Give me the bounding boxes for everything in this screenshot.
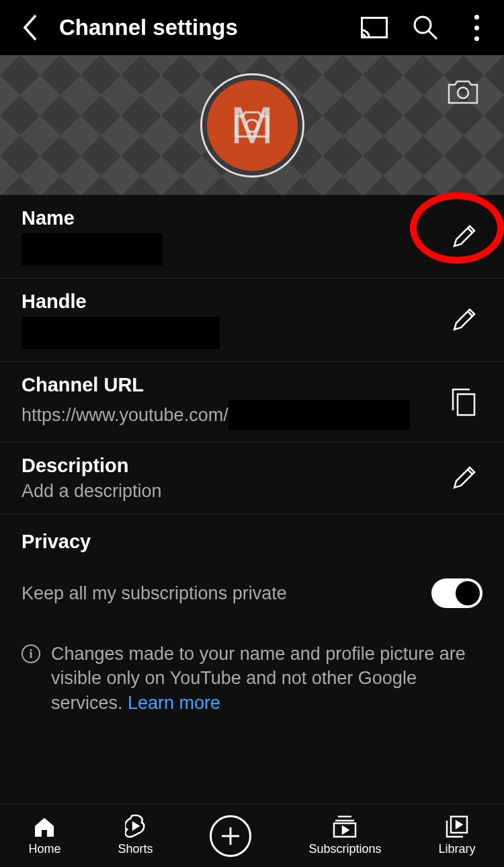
edit-description-button[interactable]	[444, 465, 484, 492]
more-button[interactable]	[462, 13, 491, 42]
search-icon	[413, 15, 438, 40]
name-label: Name	[22, 207, 444, 229]
copy-url-button[interactable]	[444, 388, 484, 416]
home-icon	[34, 815, 55, 838]
more-vertical-icon	[474, 15, 479, 41]
row-subs-private: Keep all my subscriptions private	[0, 558, 504, 628]
library-icon	[446, 815, 468, 838]
nav-create[interactable]	[210, 815, 251, 857]
chevron-left-icon	[22, 14, 38, 41]
cast-button[interactable]	[360, 13, 388, 42]
svg-point-3	[246, 120, 258, 132]
avatar-circle: M	[207, 80, 298, 171]
svg-rect-0	[362, 18, 387, 38]
svg-point-1	[415, 17, 431, 33]
channel-banner: M	[0, 55, 504, 195]
info-body: Changes made to your name and profile pi…	[51, 644, 466, 713]
edit-banner-button[interactable]	[448, 79, 478, 107]
pencil-icon	[450, 307, 477, 334]
info-text: Changes made to your name and profile pi…	[51, 642, 482, 715]
svg-rect-5	[458, 394, 474, 415]
handle-label: Handle	[22, 291, 444, 313]
back-button[interactable]	[13, 13, 47, 42]
privacy-section-title: Privacy	[0, 515, 504, 558]
row-handle: Handle	[0, 278, 504, 362]
copy-icon	[452, 388, 476, 416]
toggle-knob	[456, 581, 480, 605]
app-header: Channel settings	[0, 0, 504, 55]
row-description: Description Add a description	[0, 443, 504, 515]
page-title: Channel settings	[59, 15, 360, 40]
avatar[interactable]: M	[200, 73, 304, 178]
subscriptions-icon	[333, 815, 357, 838]
url-prefix: https://www.youtube.com/	[22, 405, 228, 426]
row-url: Channel URL https://www.youtube.com/	[0, 362, 504, 443]
redacted-block	[228, 400, 410, 430]
name-value	[22, 233, 444, 266]
camera-icon	[448, 79, 478, 104]
redacted-block	[22, 317, 220, 349]
header-actions	[360, 13, 491, 42]
camera-icon	[235, 110, 269, 141]
nav-subs-label: Subscriptions	[308, 842, 381, 856]
nav-shorts[interactable]: Shorts	[118, 815, 153, 856]
pencil-icon	[450, 223, 477, 250]
redacted-block	[22, 233, 163, 266]
subs-private-toggle[interactable]	[431, 578, 482, 608]
nav-home-label: Home	[28, 842, 60, 856]
subs-private-label: Keep all my subscriptions private	[22, 583, 431, 604]
learn-more-link[interactable]: Learn more	[128, 693, 220, 713]
info-icon: i	[22, 644, 40, 663]
nav-shorts-label: Shorts	[118, 842, 153, 856]
nav-library[interactable]: Library	[438, 815, 475, 856]
svg-line-2	[429, 31, 437, 39]
edit-handle-button[interactable]	[444, 307, 484, 334]
edit-name-button[interactable]	[444, 223, 484, 250]
nav-library-label: Library	[438, 842, 475, 856]
handle-value	[22, 317, 444, 349]
url-value: https://www.youtube.com/	[22, 400, 444, 430]
cast-icon	[361, 17, 388, 38]
url-label: Channel URL	[22, 374, 444, 396]
description-label: Description	[22, 455, 444, 477]
nav-home[interactable]: Home	[28, 815, 60, 856]
pencil-icon	[450, 465, 477, 492]
search-button[interactable]	[411, 13, 439, 42]
shorts-icon	[125, 815, 145, 838]
info-note: i Changes made to your name and profile …	[0, 628, 504, 728]
svg-point-4	[458, 87, 468, 98]
nav-subscriptions[interactable]: Subscriptions	[308, 815, 381, 856]
plus-icon	[210, 815, 251, 857]
row-name: Name	[0, 195, 504, 278]
description-placeholder: Add a description	[22, 481, 444, 502]
bottom-nav: Home Shorts Subscriptions Library	[0, 804, 504, 867]
